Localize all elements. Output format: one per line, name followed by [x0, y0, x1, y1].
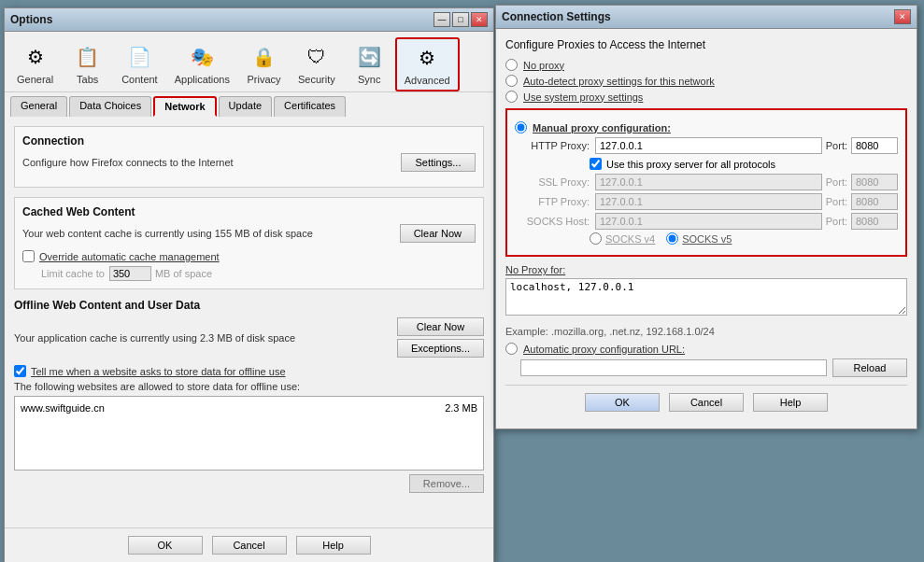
ftp-proxy-input[interactable] [595, 193, 822, 210]
auto-detect-row: Auto-detect proxy settings for this netw… [505, 75, 907, 87]
system-proxy-label: Use system proxy settings [523, 91, 643, 103]
socks-v4-radio[interactable] [590, 232, 602, 245]
auto-proxy-section: Automatic proxy configuration URL: [505, 343, 907, 355]
auto-url-radio[interactable] [505, 343, 518, 355]
sub-tab-network[interactable]: Network [153, 96, 216, 117]
limit-input[interactable] [109, 266, 151, 281]
socks-port-input[interactable] [851, 213, 898, 230]
use-all-protocols-row: Use this proxy server for all protocols [590, 158, 898, 170]
auto-proxy-input[interactable] [520, 359, 827, 376]
auto-url-label: Automatic proxy configuration URL: [523, 344, 685, 355]
conn-cancel-button[interactable]: Cancel [669, 393, 744, 412]
conn-titlebar: Connection Settings ✕ [496, 6, 917, 29]
socks-version-row: SOCKS v4 SOCKS v5 [590, 232, 898, 245]
example-text: Example: .mozilla.org, .net.nz, 192.168.… [505, 326, 907, 337]
exceptions-button[interactable]: Exceptions... [397, 339, 484, 358]
toolbar-item-general[interactable]: ⚙ General [8, 37, 62, 91]
sub-tab-data-choices[interactable]: Data Choices [69, 96, 151, 117]
socks-host-row: SOCKS Host: Port: [515, 213, 898, 230]
http-proxy-input[interactable] [595, 137, 822, 154]
toolbar-item-applications[interactable]: 🎭 Applications [166, 37, 238, 91]
connection-desc: Configure how Firefox connects to the In… [22, 157, 234, 168]
socks-v4-label: SOCKS v4 [605, 233, 655, 245]
toolbar-label-advanced: Advanced [405, 75, 450, 86]
auto-detect-radio[interactable] [505, 75, 518, 87]
options-titlebar-buttons: — □ ✕ [434, 12, 488, 27]
toolbar-item-privacy[interactable]: 🔒 Privacy [238, 37, 290, 91]
options-restore-btn[interactable]: □ [452, 12, 469, 27]
http-proxy-row: HTTP Proxy: Port: [515, 137, 898, 154]
system-proxy-radio[interactable] [505, 91, 518, 103]
options-bottom-buttons: OK Cancel Help [5, 527, 493, 562]
toolbar-item-advanced[interactable]: ⚙ Advanced [395, 37, 460, 91]
conn-titlebar-buttons: ✕ [894, 9, 911, 24]
content-icon: 📄 [124, 42, 154, 72]
auto-proxy-row: Reload [505, 358, 907, 377]
sub-tab-update[interactable]: Update [219, 96, 272, 117]
toolbar-item-tabs[interactable]: 📋 Tabs [62, 37, 113, 91]
options-close-btn[interactable]: ✕ [471, 12, 488, 27]
sub-tab-certificates[interactable]: Certificates [274, 96, 346, 117]
sub-tabs: General Data Choices Network Update Cert… [5, 92, 493, 117]
auto-detect-label: Auto-detect proxy settings for this netw… [523, 76, 715, 87]
http-proxy-label: HTTP Proxy: [515, 140, 590, 151]
conn-window: Connection Settings ✕ Configure Proxies … [495, 5, 917, 429]
socks-port-label: Port: [826, 216, 847, 227]
manual-proxy-radio[interactable] [515, 121, 527, 133]
ssl-port-label: Port: [826, 176, 847, 188]
conn-help-button[interactable]: Help [753, 393, 828, 412]
toolbar-label-applications: Applications [175, 74, 230, 85]
connection-title: Connection [22, 134, 476, 148]
limit-unit: MB of space [155, 268, 212, 279]
content-area: Connection Configure how Firefox connect… [5, 117, 493, 527]
http-port-input[interactable] [851, 137, 898, 154]
sub-tab-general[interactable]: General [10, 96, 67, 117]
override-checkbox[interactable] [22, 250, 35, 262]
ssl-proxy-row: SSL Proxy: Port: [515, 174, 898, 190]
offline-clear-button[interactable]: Clear Now [397, 317, 484, 336]
toolbar-label-tabs: Tabs [77, 74, 98, 85]
cached-desc: Your web content cache is currently usin… [22, 228, 313, 239]
system-proxy-row: Use system proxy settings [505, 91, 907, 103]
cached-section: Cached Web Content Your web content cach… [14, 197, 484, 289]
ssl-proxy-input[interactable] [595, 174, 822, 190]
conn-ok-button[interactable]: OK [585, 393, 660, 412]
toolbar-label-content: Content [121, 74, 158, 85]
toolbar-label-sync: Sync [358, 74, 380, 85]
advanced-icon: ⚙ [412, 43, 442, 73]
offline-desc: Your application cache is currently usin… [14, 332, 295, 344]
no-proxy-radio[interactable] [505, 59, 518, 71]
toolbar-item-sync[interactable]: 🔄 Sync [344, 37, 395, 91]
tell-checkbox[interactable] [14, 365, 26, 377]
options-cancel-button[interactable]: Cancel [212, 536, 287, 555]
override-label: Override automatic cache management [39, 251, 220, 262]
options-help-button[interactable]: Help [296, 536, 371, 555]
remove-button[interactable]: Remove... [409, 474, 484, 493]
list-item: www.swiftguide.cn 2.3 MB [19, 400, 479, 415]
manual-proxy-row: Manual proxy configuration: [515, 121, 898, 133]
no-proxy-label: No proxy [523, 60, 564, 71]
cached-row: Your web content cache is currently usin… [22, 224, 476, 243]
toolbar-item-security[interactable]: 🛡 Security [290, 37, 344, 91]
noproxy-input[interactable]: localhost, 127.0.0.1 [505, 278, 907, 316]
socks-v5-radio[interactable] [666, 232, 678, 245]
limit-row: Limit cache to MB of space [41, 266, 476, 281]
offline-list: www.swiftguide.cn 2.3 MB [14, 396, 484, 471]
cached-clear-button[interactable]: Clear Now [400, 224, 476, 243]
toolbar-item-content[interactable]: 📄 Content [113, 37, 166, 91]
conn-content: Configure Proxies to Access the Internet… [496, 29, 917, 429]
reload-button[interactable]: Reload [832, 358, 907, 377]
options-toolbar: ⚙ General 📋 Tabs 📄 Content 🎭 Application… [5, 32, 493, 92]
offline-section: Offline Web Content and User Data Your a… [14, 299, 484, 493]
socks-host-input[interactable] [595, 213, 822, 230]
cached-title: Cached Web Content [22, 205, 476, 218]
conn-close-btn[interactable]: ✕ [894, 9, 911, 24]
use-all-protocols-checkbox[interactable] [590, 158, 602, 170]
options-minimize-btn[interactable]: — [434, 12, 450, 27]
settings-button[interactable]: Settings... [401, 153, 476, 172]
options-title: Options [10, 13, 52, 26]
ftp-port-input[interactable] [851, 193, 898, 210]
ssl-port-input[interactable] [851, 174, 898, 190]
options-ok-button[interactable]: OK [128, 536, 203, 555]
ssl-proxy-label: SSL Proxy: [515, 176, 590, 188]
